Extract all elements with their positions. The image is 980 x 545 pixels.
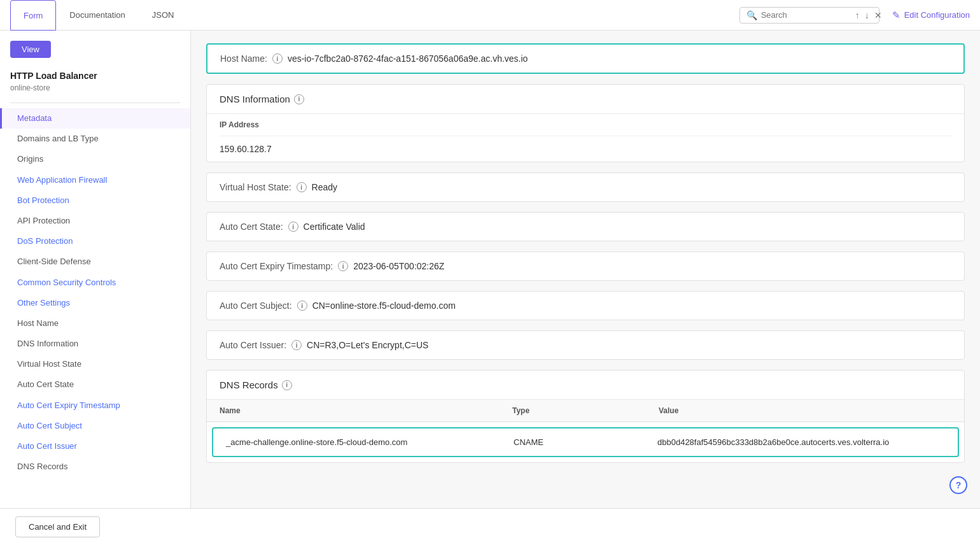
- sidebar-item-other-settings[interactable]: Other Settings: [0, 293, 190, 313]
- view-button[interactable]: View: [10, 41, 51, 58]
- virtual-host-state-row: Virtual Host State: i Ready: [206, 173, 965, 202]
- sidebar-item-dns-information[interactable]: DNS Information: [0, 334, 190, 354]
- virtual-host-state-value: Ready: [312, 182, 337, 192]
- main-layout: View HTTP Load Balancer online-store Met…: [0, 31, 980, 508]
- tab-documentation[interactable]: Documentation: [56, 0, 138, 31]
- sidebar-item-auto-cert-issuer[interactable]: Auto Cert Issuer: [0, 436, 190, 457]
- sidebar-item-client-side-defense[interactable]: Client-Side Defense: [0, 251, 190, 272]
- sidebar-item-domains-lb[interactable]: Domains and LB Type: [0, 129, 190, 149]
- col-name: Name: [220, 406, 512, 415]
- dns-records-section: DNS Records i Name Type Value _acme-chal…: [206, 370, 965, 463]
- virtual-host-state-label: Virtual Host State:: [220, 182, 291, 192]
- dns-information-section: DNS Information i IP Address 159.60.128.…: [206, 84, 965, 162]
- sidebar-divider: [10, 103, 180, 103]
- search-next-button[interactable]: ↓: [864, 10, 871, 20]
- auto-cert-subject-label: Auto Cert Subject:: [220, 301, 292, 311]
- dns-record-value: dbb0d428faf54596bc333d8b2a6be0ce.autocer…: [657, 437, 945, 447]
- dns-record-row: _acme-challenge.online-store.f5-cloud-de…: [212, 427, 959, 457]
- search-input[interactable]: [761, 10, 850, 20]
- search-icon: 🔍: [746, 10, 757, 20]
- search-close-button[interactable]: ✕: [873, 10, 883, 20]
- host-name-value: ves-io-7cfbc2a0-8762-4fac-a151-867056a06…: [288, 53, 528, 64]
- sidebar-item-virtual-host-state[interactable]: Virtual Host State: [0, 354, 190, 374]
- sidebar-item-auto-cert-expiry[interactable]: Auto Cert Expiry Timestamp: [0, 395, 190, 416]
- ip-address-value: 159.60.128.7: [220, 144, 272, 154]
- dns-information-header: DNS Information i: [207, 85, 964, 114]
- ip-address-column-header: IP Address: [220, 120, 259, 129]
- sidebar-item-dos-protection[interactable]: DoS Protection: [0, 231, 190, 251]
- col-value: Value: [659, 406, 951, 415]
- tab-form[interactable]: Form: [10, 0, 56, 31]
- dns-record-name: _acme-challenge.online-store.f5-cloud-de…: [226, 437, 514, 447]
- sidebar-item-waf[interactable]: Web Application Firewall: [0, 170, 190, 190]
- dns-records-info-icon[interactable]: i: [282, 380, 292, 390]
- auto-cert-state-value: Certificate Valid: [304, 222, 365, 232]
- sidebar-item-bot-protection[interactable]: Bot Protection: [0, 190, 190, 211]
- auto-cert-issuer-value: CN=R3,O=Let's Encrypt,C=US: [307, 340, 428, 350]
- virtual-host-state-info-icon[interactable]: i: [297, 182, 307, 192]
- sidebar: View HTTP Load Balancer online-store Met…: [0, 31, 191, 508]
- dns-info-icon[interactable]: i: [294, 94, 304, 104]
- auto-cert-expiry-info-icon[interactable]: i: [338, 261, 348, 271]
- auto-cert-issuer-row: Auto Cert Issuer: i CN=R3,O=Let's Encryp…: [206, 330, 965, 360]
- col-type: Type: [512, 406, 659, 415]
- sidebar-subtitle: online-store: [0, 83, 190, 97]
- sidebar-item-auto-cert-state[interactable]: Auto Cert State: [0, 374, 190, 395]
- pencil-icon: ✎: [892, 10, 900, 21]
- dns-records-header: DNS Records i: [207, 371, 964, 400]
- sidebar-item-common-security[interactable]: Common Security Controls: [0, 272, 190, 293]
- host-name-info-icon[interactable]: i: [272, 53, 283, 64]
- sidebar-item-api-protection[interactable]: API Protection: [0, 211, 190, 231]
- auto-cert-issuer-info-icon[interactable]: i: [291, 340, 302, 350]
- help-icon[interactable]: ?: [949, 476, 967, 494]
- dns-record-type: CNAME: [514, 437, 657, 447]
- top-bar: Form Documentation JSON 🔍 ↑ ↓ ✕ ✎ Edit C…: [0, 0, 980, 31]
- sidebar-item-origins[interactable]: Origins: [0, 149, 190, 169]
- edit-configuration-button[interactable]: ✎ Edit Configuration: [892, 10, 970, 21]
- cancel-exit-button[interactable]: Cancel and Exit: [15, 516, 100, 537]
- auto-cert-issuer-label: Auto Cert Issuer:: [220, 340, 286, 350]
- sidebar-item-metadata[interactable]: Metadata: [0, 108, 190, 129]
- auto-cert-subject-info-icon[interactable]: i: [297, 301, 307, 311]
- tab-json[interactable]: JSON: [139, 0, 188, 31]
- auto-cert-expiry-row: Auto Cert Expiry Timestamp: i 2023-06-05…: [206, 251, 965, 281]
- auto-cert-state-info-icon[interactable]: i: [288, 222, 298, 232]
- search-prev-button[interactable]: ↑: [854, 10, 861, 20]
- content-area: Host Name: i ves-io-7cfbc2a0-8762-4fac-a…: [191, 31, 980, 508]
- sidebar-section-title: HTTP Load Balancer: [0, 63, 190, 83]
- host-name-box: Host Name: i ves-io-7cfbc2a0-8762-4fac-a…: [206, 43, 965, 74]
- bottom-bar: Cancel and Exit: [0, 508, 980, 545]
- dns-records-table-header: Name Type Value: [207, 400, 964, 422]
- sidebar-item-host-name[interactable]: Host Name: [0, 313, 190, 334]
- auto-cert-expiry-value: 2023-06-05T00:02:26Z: [353, 261, 444, 271]
- auto-cert-state-row: Auto Cert State: i Certificate Valid: [206, 212, 965, 241]
- sidebar-item-dns-records[interactable]: DNS Records: [0, 457, 190, 477]
- auto-cert-state-label: Auto Cert State:: [220, 222, 283, 232]
- auto-cert-subject-value: CN=online-store.f5-cloud-demo.com: [312, 301, 456, 311]
- sidebar-item-auto-cert-subject[interactable]: Auto Cert Subject: [0, 416, 190, 436]
- search-nav: ↑ ↓ ✕: [854, 10, 883, 20]
- auto-cert-subject-row: Auto Cert Subject: i CN=online-store.f5-…: [206, 291, 965, 320]
- search-box: 🔍 ↑ ↓ ✕: [739, 7, 879, 24]
- host-name-label: Host Name:: [220, 53, 267, 64]
- auto-cert-expiry-label: Auto Cert Expiry Timestamp:: [220, 261, 333, 271]
